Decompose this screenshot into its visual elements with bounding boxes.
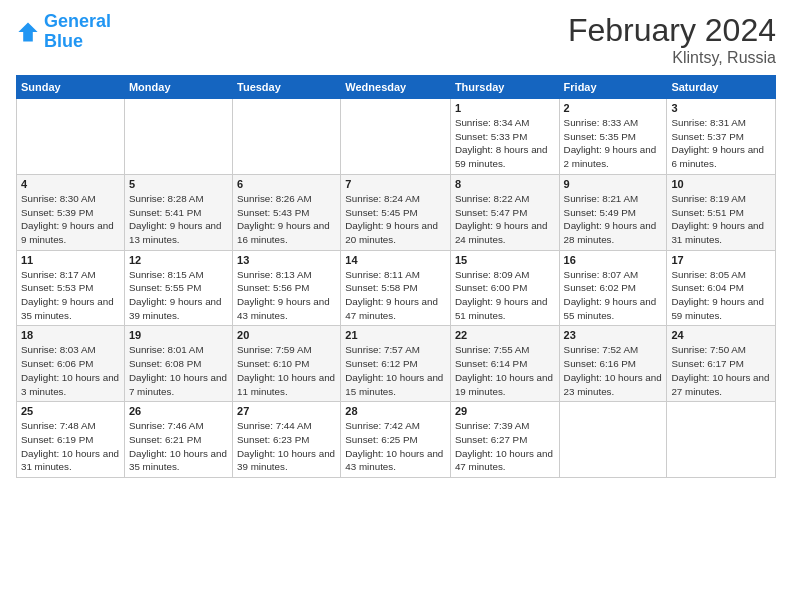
calendar-cell: 7Sunrise: 8:24 AM Sunset: 5:45 PM Daylig… (341, 174, 451, 250)
calendar-cell: 6Sunrise: 8:26 AM Sunset: 5:43 PM Daylig… (233, 174, 341, 250)
calendar-cell: 27Sunrise: 7:44 AM Sunset: 6:23 PM Dayli… (233, 402, 341, 478)
day-number: 17 (671, 254, 771, 266)
day-number: 13 (237, 254, 336, 266)
day-number: 15 (455, 254, 555, 266)
calendar-cell (124, 99, 232, 175)
calendar-cell (17, 99, 125, 175)
calendar-cell: 3Sunrise: 8:31 AM Sunset: 5:37 PM Daylig… (667, 99, 776, 175)
calendar-cell: 14Sunrise: 8:11 AM Sunset: 5:58 PM Dayli… (341, 250, 451, 326)
main-title: February 2024 (568, 12, 776, 49)
calendar-week-row: 4Sunrise: 8:30 AM Sunset: 5:39 PM Daylig… (17, 174, 776, 250)
day-info: Sunrise: 8:19 AM Sunset: 5:51 PM Dayligh… (671, 192, 771, 247)
calendar-cell: 21Sunrise: 7:57 AM Sunset: 6:12 PM Dayli… (341, 326, 451, 402)
logo-line1: General (44, 11, 111, 31)
day-number: 8 (455, 178, 555, 190)
day-info: Sunrise: 7:44 AM Sunset: 6:23 PM Dayligh… (237, 419, 336, 474)
calendar-cell: 25Sunrise: 7:48 AM Sunset: 6:19 PM Dayli… (17, 402, 125, 478)
day-info: Sunrise: 8:13 AM Sunset: 5:56 PM Dayligh… (237, 268, 336, 323)
calendar-cell (559, 402, 667, 478)
day-info: Sunrise: 8:28 AM Sunset: 5:41 PM Dayligh… (129, 192, 228, 247)
calendar-cell: 29Sunrise: 7:39 AM Sunset: 6:27 PM Dayli… (450, 402, 559, 478)
calendar-cell (233, 99, 341, 175)
day-info: Sunrise: 8:11 AM Sunset: 5:58 PM Dayligh… (345, 268, 446, 323)
calendar-cell: 18Sunrise: 8:03 AM Sunset: 6:06 PM Dayli… (17, 326, 125, 402)
day-info: Sunrise: 8:30 AM Sunset: 5:39 PM Dayligh… (21, 192, 120, 247)
day-number: 5 (129, 178, 228, 190)
day-number: 4 (21, 178, 120, 190)
day-info: Sunrise: 8:15 AM Sunset: 5:55 PM Dayligh… (129, 268, 228, 323)
calendar-cell: 17Sunrise: 8:05 AM Sunset: 6:04 PM Dayli… (667, 250, 776, 326)
day-number: 2 (564, 102, 663, 114)
day-info: Sunrise: 7:55 AM Sunset: 6:14 PM Dayligh… (455, 343, 555, 398)
day-number: 28 (345, 405, 446, 417)
calendar-cell: 23Sunrise: 7:52 AM Sunset: 6:16 PM Dayli… (559, 326, 667, 402)
calendar-cell: 4Sunrise: 8:30 AM Sunset: 5:39 PM Daylig… (17, 174, 125, 250)
day-number: 6 (237, 178, 336, 190)
calendar-cell: 26Sunrise: 7:46 AM Sunset: 6:21 PM Dayli… (124, 402, 232, 478)
day-number: 27 (237, 405, 336, 417)
day-info: Sunrise: 8:05 AM Sunset: 6:04 PM Dayligh… (671, 268, 771, 323)
calendar-day-header: Friday (559, 76, 667, 99)
calendar-cell: 5Sunrise: 8:28 AM Sunset: 5:41 PM Daylig… (124, 174, 232, 250)
day-info: Sunrise: 8:09 AM Sunset: 6:00 PM Dayligh… (455, 268, 555, 323)
calendar-week-row: 11Sunrise: 8:17 AM Sunset: 5:53 PM Dayli… (17, 250, 776, 326)
day-number: 29 (455, 405, 555, 417)
subtitle: Klintsy, Russia (568, 49, 776, 67)
header: General Blue February 2024 Klintsy, Russ… (16, 12, 776, 67)
day-number: 20 (237, 329, 336, 341)
calendar-day-header: Monday (124, 76, 232, 99)
calendar-cell: 1Sunrise: 8:34 AM Sunset: 5:33 PM Daylig… (450, 99, 559, 175)
logo-icon (16, 20, 40, 44)
day-number: 23 (564, 329, 663, 341)
logo: General Blue (16, 12, 111, 52)
day-info: Sunrise: 7:39 AM Sunset: 6:27 PM Dayligh… (455, 419, 555, 474)
calendar-cell: 13Sunrise: 8:13 AM Sunset: 5:56 PM Dayli… (233, 250, 341, 326)
day-info: Sunrise: 8:22 AM Sunset: 5:47 PM Dayligh… (455, 192, 555, 247)
day-info: Sunrise: 8:34 AM Sunset: 5:33 PM Dayligh… (455, 116, 555, 171)
day-number: 7 (345, 178, 446, 190)
calendar-cell: 9Sunrise: 8:21 AM Sunset: 5:49 PM Daylig… (559, 174, 667, 250)
calendar-cell (667, 402, 776, 478)
day-number: 18 (21, 329, 120, 341)
day-info: Sunrise: 7:42 AM Sunset: 6:25 PM Dayligh… (345, 419, 446, 474)
calendar-day-header: Wednesday (341, 76, 451, 99)
day-number: 26 (129, 405, 228, 417)
calendar-cell: 8Sunrise: 8:22 AM Sunset: 5:47 PM Daylig… (450, 174, 559, 250)
day-number: 19 (129, 329, 228, 341)
calendar-cell: 11Sunrise: 8:17 AM Sunset: 5:53 PM Dayli… (17, 250, 125, 326)
day-info: Sunrise: 8:21 AM Sunset: 5:49 PM Dayligh… (564, 192, 663, 247)
calendar: SundayMondayTuesdayWednesdayThursdayFrid… (16, 75, 776, 478)
day-number: 14 (345, 254, 446, 266)
calendar-week-row: 1Sunrise: 8:34 AM Sunset: 5:33 PM Daylig… (17, 99, 776, 175)
title-block: February 2024 Klintsy, Russia (568, 12, 776, 67)
day-info: Sunrise: 8:24 AM Sunset: 5:45 PM Dayligh… (345, 192, 446, 247)
calendar-cell: 28Sunrise: 7:42 AM Sunset: 6:25 PM Dayli… (341, 402, 451, 478)
day-number: 12 (129, 254, 228, 266)
day-number: 10 (671, 178, 771, 190)
logo-text: General Blue (44, 12, 111, 52)
day-number: 24 (671, 329, 771, 341)
calendar-week-row: 18Sunrise: 8:03 AM Sunset: 6:06 PM Dayli… (17, 326, 776, 402)
day-info: Sunrise: 8:33 AM Sunset: 5:35 PM Dayligh… (564, 116, 663, 171)
day-number: 16 (564, 254, 663, 266)
day-number: 22 (455, 329, 555, 341)
day-info: Sunrise: 8:31 AM Sunset: 5:37 PM Dayligh… (671, 116, 771, 171)
day-info: Sunrise: 7:46 AM Sunset: 6:21 PM Dayligh… (129, 419, 228, 474)
calendar-week-row: 25Sunrise: 7:48 AM Sunset: 6:19 PM Dayli… (17, 402, 776, 478)
logo-line2: Blue (44, 31, 83, 51)
calendar-cell: 2Sunrise: 8:33 AM Sunset: 5:35 PM Daylig… (559, 99, 667, 175)
calendar-day-header: Thursday (450, 76, 559, 99)
day-info: Sunrise: 8:17 AM Sunset: 5:53 PM Dayligh… (21, 268, 120, 323)
day-number: 11 (21, 254, 120, 266)
day-info: Sunrise: 8:03 AM Sunset: 6:06 PM Dayligh… (21, 343, 120, 398)
day-number: 21 (345, 329, 446, 341)
day-info: Sunrise: 7:48 AM Sunset: 6:19 PM Dayligh… (21, 419, 120, 474)
calendar-cell: 16Sunrise: 8:07 AM Sunset: 6:02 PM Dayli… (559, 250, 667, 326)
calendar-cell: 22Sunrise: 7:55 AM Sunset: 6:14 PM Dayli… (450, 326, 559, 402)
day-info: Sunrise: 7:59 AM Sunset: 6:10 PM Dayligh… (237, 343, 336, 398)
day-info: Sunrise: 7:52 AM Sunset: 6:16 PM Dayligh… (564, 343, 663, 398)
day-number: 1 (455, 102, 555, 114)
calendar-day-header: Sunday (17, 76, 125, 99)
day-info: Sunrise: 8:01 AM Sunset: 6:08 PM Dayligh… (129, 343, 228, 398)
day-number: 9 (564, 178, 663, 190)
